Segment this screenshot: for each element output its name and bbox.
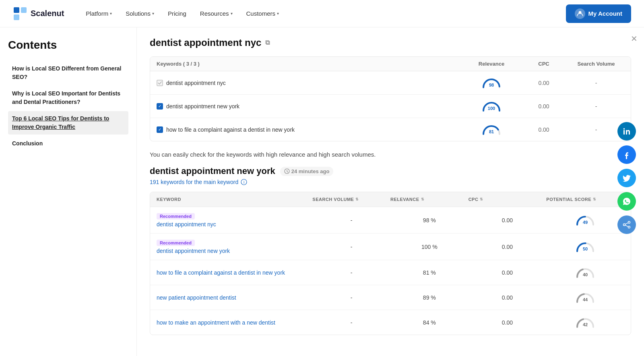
cpc-1: 0.00 [520,103,568,110]
kw-name-0: dentist appointment nyc [157,80,463,86]
svg-text:44: 44 [583,297,588,302]
rel-val-2: 81 % [390,269,469,276]
checkbox-2[interactable]: ✓ [157,126,163,133]
recommended-badge: Recommended [157,213,195,219]
facebook-icon[interactable] [617,145,636,164]
nav-resources[interactable]: Resources ▾ [194,7,238,20]
linkedin-icon[interactable] [617,122,636,141]
score-val-4: 42 [546,316,624,329]
checkbox-0[interactable] [157,80,163,86]
sv-val-4: - [312,319,390,326]
col-relevance-label: Relevance [463,61,520,67]
col-search-volume-label: Search Volume [568,61,624,67]
row-keyword-0: Recommended dentist appointment nyc [157,213,312,228]
logo-text: Scalenut [31,9,64,18]
cpc-val-2: 0.00 [469,269,547,276]
main-keyword-title: dentist appointment new york 24 minutes … [150,166,631,176]
table-row: ✓ dentist appointment new york 100 0.00 … [150,95,631,118]
sort-icon[interactable]: ⇅ [421,197,425,201]
cpc-val-4: 0.00 [469,319,547,326]
sv-1: - [568,103,624,110]
toc-item-3[interactable]: Conclusion [8,136,128,151]
svg-text:40: 40 [583,272,588,277]
keyword-link-1[interactable]: dentist appointment new york [157,248,230,254]
score-val-1: 50 [546,240,624,253]
score-val-3: 44 [546,291,624,304]
kw-name-1: ✓ dentist appointment new york [157,103,463,110]
nav-pricing[interactable]: Pricing [162,7,192,20]
keyword-link-3[interactable]: new patient appointment dentist [157,294,236,301]
twitter-icon[interactable] [617,169,636,187]
keyword-count: 191 keywords for the main keyword i [150,179,631,185]
svg-point-20 [628,226,630,228]
nav-platform[interactable]: Platform ▾ [80,7,118,20]
sv-0: - [568,80,624,86]
score-val-0: 49 [546,213,624,227]
data-table-header: KEYWORD SEARCH VOLUME ⇅ RELEVANCE ⇅ CPC … [150,192,631,207]
sv-val-2: - [312,269,390,276]
table-row: how to make an appointment with a new de… [150,310,631,335]
relevance-1: 100 [463,99,520,113]
social-sidebar [617,122,636,234]
keyword-header: dentist appointment nyc ⧉ [150,37,631,48]
rel-val-0: 98 % [390,217,469,224]
close-button[interactable]: ✕ [631,34,638,43]
recommended-badge: Recommended [157,240,195,246]
chevron-down-icon: ▾ [152,11,154,16]
checkbox-1[interactable]: ✓ [157,103,163,110]
nav-solutions[interactable]: Solutions ▾ [120,7,160,20]
page-layout: Contents How is Local SEO Different from… [0,27,644,356]
my-account-button[interactable]: My Account [566,4,631,23]
sort-icon[interactable]: ⇅ [480,197,483,201]
svg-point-18 [628,221,630,224]
svg-text:49: 49 [583,220,588,225]
contents-title: Contents [8,39,128,52]
sv-val-3: - [312,294,390,301]
toc-item-1[interactable]: Why is Local SEO Important for Dentists … [8,86,128,110]
logo[interactable]: Scalenut [13,6,64,21]
main-keyword-section: dentist appointment new york 24 minutes … [150,166,631,185]
svg-text:50: 50 [583,246,588,251]
table-row: how to file a complaint against a dentis… [150,260,631,285]
keyword-link-2[interactable]: how to file a complaint against a dentis… [157,269,285,276]
row-keyword-1: Recommended dentist appointment new york [157,239,312,254]
svg-point-19 [623,224,625,226]
toc-item-0[interactable]: How is Local SEO Different from General … [8,61,128,85]
sort-icon[interactable]: ⇅ [593,197,597,201]
description-text: You can easily check for the keywords wi… [150,151,631,158]
svg-text:i: i [244,180,244,184]
sidebar: Contents How is Local SEO Different from… [0,27,137,356]
col-relevance-header: RELEVANCE ⇅ [390,197,469,202]
col-keyword-header: KEYWORD [157,197,312,202]
svg-text:100: 100 [488,106,495,111]
relevance-2: 81 [463,123,520,136]
toc-list: How is Local SEO Different from General … [8,61,128,151]
rel-val-3: 89 % [390,294,469,301]
cpc-val-1: 0.00 [469,244,547,250]
svg-rect-1 [14,7,19,13]
cpc-2: 0.00 [520,126,568,133]
col-search-volume-header: SEARCH VOLUME ⇅ [312,197,390,202]
whatsapp-icon[interactable] [617,192,636,211]
toc-item-2[interactable]: Top 6 Local SEO Tips for Dentists to Imp… [8,111,128,135]
copy-icon[interactable]: ⧉ [265,39,270,46]
keyword-link-0[interactable]: dentist appointment nyc [157,221,216,228]
svg-rect-2 [21,7,27,13]
score-val-2: 40 [546,266,624,279]
sort-icon[interactable]: ⇅ [355,197,359,201]
col-keywords-label: Keywords ( 3 / 3 ) [157,61,463,67]
keyword-link-4[interactable]: how to make an appointment with a new de… [157,319,275,326]
row-keyword-4: how to make an appointment with a new de… [157,319,312,326]
sv-val-0: - [312,217,390,224]
keyword-title: dentist appointment nyc [150,37,261,48]
nav-customers[interactable]: Customers ▾ [241,7,285,20]
share-icon[interactable] [617,215,636,234]
table-header-top: Keywords ( 3 / 3 ) Relevance CPC Search … [150,57,631,71]
main-content: ✕ dentist appointment nyc ⧉ Keywords ( 3… [137,27,644,356]
data-table: KEYWORD SEARCH VOLUME ⇅ RELEVANCE ⇅ CPC … [150,192,631,335]
cpc-0: 0.00 [520,80,568,86]
time-badge: 24 minutes ago [280,167,334,176]
cpc-val-0: 0.00 [469,217,547,224]
rel-val-4: 84 % [390,319,469,326]
table-row: dentist appointment nyc 98 0.00 - [150,71,631,95]
